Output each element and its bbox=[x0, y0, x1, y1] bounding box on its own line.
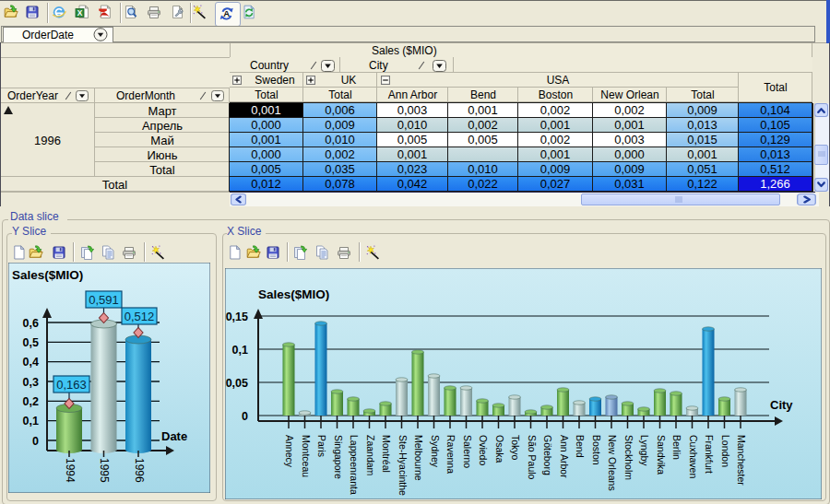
svg-text:Ann Arbor: Ann Arbor bbox=[559, 435, 570, 478]
svg-text:Ste-Hyacinthe: Ste-Hyacinthe bbox=[397, 435, 409, 496]
svg-text:1996: 1996 bbox=[133, 458, 146, 483]
svg-text:1995: 1995 bbox=[98, 458, 111, 483]
svg-text:Sales($MIO): Sales($MIO) bbox=[12, 268, 83, 282]
svg-text:Date: Date bbox=[161, 429, 187, 443]
svg-text:Salerno: Salerno bbox=[462, 435, 473, 468]
svg-text:New Orleans: New Orleans bbox=[607, 435, 618, 491]
svg-text:Paris: Paris bbox=[316, 435, 327, 457]
svg-text:A: A bbox=[223, 8, 230, 18]
svg-text:0,163: 0,163 bbox=[56, 378, 87, 392]
svg-text:0,512: 0,512 bbox=[125, 310, 155, 323]
svg-text:Lappeenranta: Lappeenranta bbox=[349, 435, 360, 495]
svg-text:London: London bbox=[720, 435, 731, 467]
svg-text:0: 0 bbox=[242, 410, 248, 423]
svg-text:Montceau: Montceau bbox=[301, 435, 312, 477]
svg-text:Oviedo: Oviedo bbox=[478, 435, 489, 465]
svg-text:Göteborg: Göteborg bbox=[542, 435, 553, 475]
svg-text:0,2: 0,2 bbox=[23, 395, 39, 408]
svg-text:Tokyo: Tokyo bbox=[510, 435, 521, 461]
svg-text:Boston: Boston bbox=[591, 435, 602, 465]
svg-text:São Paulo: São Paulo bbox=[527, 435, 538, 480]
svg-text:Singapore: Singapore bbox=[333, 435, 344, 479]
svg-text:Ravenna: Ravenna bbox=[445, 435, 456, 474]
svg-text:Sydney: Sydney bbox=[430, 435, 441, 468]
svg-text:X: X bbox=[77, 8, 83, 18]
svg-text:0,4: 0,4 bbox=[23, 356, 39, 369]
svg-text:1994: 1994 bbox=[64, 458, 77, 483]
svg-text:City: City bbox=[770, 398, 793, 412]
svg-text:Berlin: Berlin bbox=[671, 435, 682, 460]
svg-text:0,15: 0,15 bbox=[226, 311, 248, 323]
svg-text:Osaka: Osaka bbox=[494, 435, 505, 463]
svg-text:0,591: 0,591 bbox=[89, 293, 119, 307]
svg-text:0,6: 0,6 bbox=[23, 317, 39, 330]
svg-text:0,1: 0,1 bbox=[23, 415, 39, 428]
svg-text:Stockholm: Stockholm bbox=[623, 435, 634, 480]
svg-text:Annecy: Annecy bbox=[284, 435, 295, 468]
svg-text:Lyngby: Lyngby bbox=[639, 435, 650, 466]
svg-text:Sandvika: Sandvika bbox=[656, 435, 667, 475]
svg-text:Manchester: Manchester bbox=[736, 435, 747, 486]
svg-text:Frankfurt: Frankfurt bbox=[704, 435, 715, 474]
svg-text:Sales($MIO): Sales($MIO) bbox=[258, 287, 329, 301]
svg-text:Zaandam: Zaandam bbox=[365, 435, 376, 476]
svg-text:Cuxhaven: Cuxhaven bbox=[688, 435, 699, 478]
svg-text:Melbourne: Melbourne bbox=[413, 435, 424, 481]
svg-text:Montréal: Montréal bbox=[381, 435, 392, 473]
svg-text:0,05: 0,05 bbox=[226, 377, 248, 390]
svg-text:0,5: 0,5 bbox=[23, 336, 39, 349]
svg-text:0,1: 0,1 bbox=[232, 344, 248, 357]
svg-text:Bend: Bend bbox=[575, 435, 586, 458]
svg-text:0: 0 bbox=[32, 435, 39, 448]
svg-text:0,3: 0,3 bbox=[23, 376, 39, 389]
